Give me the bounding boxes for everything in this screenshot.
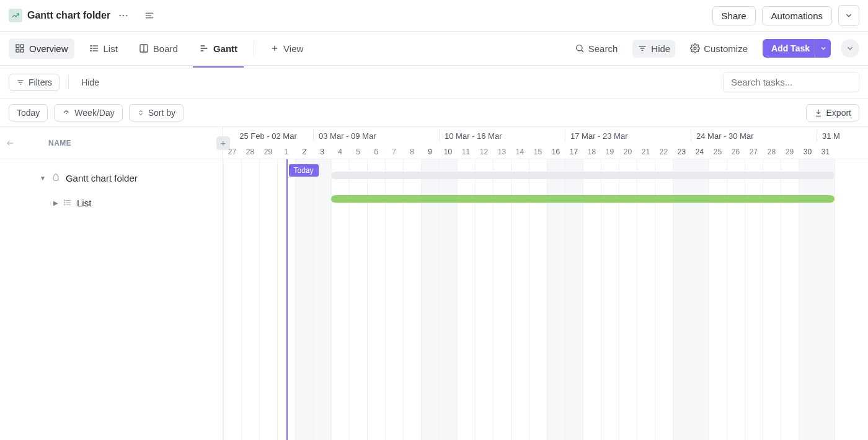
tab-list[interactable]: List	[83, 38, 124, 59]
day-header: 21	[637, 144, 655, 159]
svg-point-0	[120, 15, 122, 17]
automations-label: Automations	[771, 11, 823, 21]
svg-point-28	[694, 47, 696, 50]
export-label: Export	[826, 108, 851, 118]
day-header: 22	[655, 144, 673, 159]
today-label: Today	[17, 108, 40, 118]
folder-icon	[51, 173, 61, 183]
name-column-header: NAME	[48, 139, 71, 147]
breadcrumb-more-icon[interactable]	[115, 7, 131, 24]
tree-row-label: List	[77, 198, 91, 208]
today-line	[286, 159, 288, 440]
view-divider	[254, 41, 254, 56]
weekend-shade	[313, 159, 331, 440]
day-header: 9	[421, 144, 439, 159]
day-header: 10	[439, 144, 457, 159]
gantt-bar[interactable]	[331, 172, 835, 179]
automations-button[interactable]: Automations	[762, 6, 832, 25]
search-label: Search	[588, 43, 618, 54]
day-header: 29	[781, 144, 799, 159]
day-header: 28	[241, 144, 259, 159]
search-button[interactable]: Search	[570, 40, 623, 58]
breadcrumb-folder-name[interactable]: Gantt chart folder	[27, 10, 110, 21]
day-header: 13	[493, 144, 511, 159]
day-header: 7	[385, 144, 403, 159]
svg-rect-7	[20, 45, 24, 48]
hide-button[interactable]: Hide	[632, 40, 675, 58]
chevron-right-icon[interactable]: ▶	[53, 200, 58, 206]
svg-point-13	[91, 45, 91, 46]
day-header: 14	[511, 144, 529, 159]
chevron-down-icon[interactable]: ▼	[40, 175, 46, 182]
svg-line-24	[582, 50, 583, 52]
add-view-label: View	[283, 43, 303, 54]
day-header: 18	[583, 144, 601, 159]
svg-point-15	[91, 50, 91, 51]
day-header: 24	[691, 144, 709, 159]
header-more-button[interactable]	[838, 5, 859, 26]
sort-button[interactable]: Sort by	[129, 104, 184, 121]
day-header: 12	[475, 144, 493, 159]
today-button[interactable]: Today	[9, 104, 48, 121]
gridline	[223, 159, 224, 440]
day-header: 23	[673, 144, 691, 159]
customize-label: Customize	[704, 43, 748, 54]
weekend-shade	[295, 159, 313, 440]
day-header: 25	[709, 144, 727, 159]
list-icon	[63, 198, 72, 207]
svg-point-40	[64, 205, 65, 205]
add-task-dropdown[interactable]	[815, 39, 831, 58]
week-header: 31 M	[817, 130, 868, 142]
tab-board[interactable]: Board	[133, 38, 184, 59]
customize-button[interactable]: Customize	[685, 40, 753, 58]
search-tasks-input[interactable]	[723, 72, 859, 92]
expand-toggle-button[interactable]	[841, 39, 859, 58]
svg-point-39	[64, 202, 65, 203]
day-header: 11	[457, 144, 475, 159]
hide-label: Hide	[651, 43, 670, 54]
day-header: 4	[331, 144, 349, 159]
day-header: 20	[619, 144, 637, 159]
tab-gantt[interactable]: Gantt	[193, 38, 244, 59]
chip-divider	[68, 76, 69, 89]
tree-row-list[interactable]: ▶ List	[0, 190, 223, 215]
gridline	[241, 159, 242, 440]
share-button[interactable]: Share	[712, 6, 756, 25]
day-header: 8	[403, 144, 421, 159]
export-button[interactable]: Export	[806, 104, 859, 121]
time-scale-label: Week/Day	[74, 108, 114, 118]
tab-overview[interactable]: Overview	[9, 38, 74, 59]
svg-rect-8	[16, 49, 19, 52]
svg-rect-6	[16, 45, 19, 48]
day-header: 16	[547, 144, 565, 159]
tab-overview-label: Overview	[29, 43, 68, 54]
svg-point-23	[576, 45, 582, 51]
add-column-button[interactable]: +	[216, 136, 230, 150]
tree-row-label: Gantt chart folder	[66, 173, 138, 183]
collapse-tree-icon[interactable]	[5, 138, 15, 148]
tab-gantt-label: Gantt	[213, 43, 237, 54]
gantt-bar[interactable]	[331, 195, 835, 203]
day-header: 31	[817, 144, 835, 159]
gridline	[835, 159, 835, 440]
week-header: 24 Mar - 30 Mar	[691, 130, 817, 142]
add-task-label: Add Task	[771, 43, 810, 53]
hide-columns-button[interactable]: Hide	[78, 75, 103, 90]
tab-list-label: List	[104, 43, 118, 54]
collapse-sidebar-icon[interactable]	[141, 7, 157, 24]
day-header: 5	[349, 144, 367, 159]
add-view-button[interactable]: View	[264, 38, 309, 59]
week-header: 10 Mar - 16 Mar	[439, 130, 565, 142]
add-task-button[interactable]: Add Task	[763, 39, 818, 58]
time-scale-button[interactable]: Week/Day	[54, 104, 122, 121]
day-header: 28	[763, 144, 781, 159]
svg-point-1	[123, 15, 125, 17]
gridline	[259, 159, 260, 440]
svg-point-2	[126, 15, 128, 17]
day-header: 30	[799, 144, 817, 159]
folder-type-icon	[9, 9, 22, 22]
svg-point-14	[91, 48, 91, 48]
sort-label: Sort by	[148, 108, 175, 118]
filters-button[interactable]: Filters	[9, 74, 60, 91]
tree-row-folder[interactable]: ▼ Gantt chart folder	[0, 165, 223, 190]
